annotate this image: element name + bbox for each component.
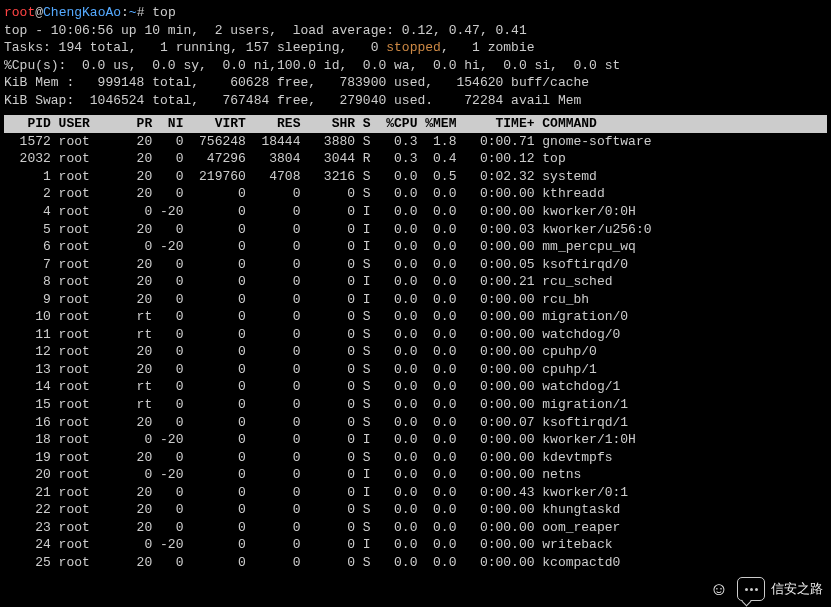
- summary-tasks: Tasks: 194 total, 1 running, 157 sleepin…: [4, 39, 827, 57]
- prompt-host: ChengKaoAo: [43, 5, 121, 20]
- process-row[interactable]: 1 root 20 0 219760 4708 3216 S 0.0 0.5 0…: [4, 168, 827, 186]
- process-row[interactable]: 23 root 20 0 0 0 0 S 0.0 0.0 0:00.00 oom…: [4, 519, 827, 537]
- summary-cpu: %Cpu(s): 0.0 us, 0.0 sy, 0.0 ni,100.0 id…: [4, 57, 827, 75]
- process-row[interactable]: 2032 root 20 0 47296 3804 3044 R 0.3 0.4…: [4, 150, 827, 168]
- process-row[interactable]: 10 root rt 0 0 0 0 S 0.0 0.0 0:00.00 mig…: [4, 308, 827, 326]
- process-row[interactable]: 7 root 20 0 0 0 0 S 0.0 0.0 0:00.05 ksof…: [4, 256, 827, 274]
- summary-mem: KiB Mem : 999148 total, 60628 free, 7839…: [4, 74, 827, 92]
- process-row[interactable]: 9 root 20 0 0 0 0 I 0.0 0.0 0:00.00 rcu_…: [4, 291, 827, 309]
- process-row[interactable]: 19 root 20 0 0 0 0 S 0.0 0.0 0:00.00 kde…: [4, 449, 827, 467]
- stopped-label: stopped: [386, 40, 441, 55]
- process-row[interactable]: 1572 root 20 0 756248 18444 3880 S 0.3 1…: [4, 133, 827, 151]
- chat-bubble-icon: [737, 577, 765, 601]
- process-row[interactable]: 5 root 20 0 0 0 0 I 0.0 0.0 0:00.03 kwor…: [4, 221, 827, 239]
- process-row[interactable]: 16 root 20 0 0 0 0 S 0.0 0.0 0:00.07 kso…: [4, 414, 827, 432]
- process-row[interactable]: 24 root 0 -20 0 0 0 I 0.0 0.0 0:00.00 wr…: [4, 536, 827, 554]
- channel-name: 信安之路: [771, 580, 823, 598]
- process-row[interactable]: 25 root 20 0 0 0 0 S 0.0 0.0 0:00.00 kco…: [4, 554, 827, 572]
- prompt-path: ~: [129, 5, 137, 20]
- process-row[interactable]: 20 root 0 -20 0 0 0 I 0.0 0.0 0:00.00 ne…: [4, 466, 827, 484]
- summary-uptime: top - 10:06:56 up 10 min, 2 users, load …: [4, 22, 827, 40]
- process-row[interactable]: 13 root 20 0 0 0 0 S 0.0 0.0 0:00.00 cpu…: [4, 361, 827, 379]
- process-row[interactable]: 2 root 20 0 0 0 0 S 0.0 0.0 0:00.00 kthr…: [4, 185, 827, 203]
- process-row[interactable]: 21 root 20 0 0 0 0 I 0.0 0.0 0:00.43 kwo…: [4, 484, 827, 502]
- wechat-overlay: ☺ 信安之路: [707, 577, 823, 601]
- shell-prompt: root@ChengKaoAo:~# top: [4, 4, 827, 22]
- process-row[interactable]: 18 root 0 -20 0 0 0 I 0.0 0.0 0:00.00 kw…: [4, 431, 827, 449]
- process-list[interactable]: 1572 root 20 0 756248 18444 3880 S 0.3 1…: [4, 133, 827, 572]
- summary-swap: KiB Swap: 1046524 total, 767484 free, 27…: [4, 92, 827, 110]
- process-row[interactable]: 15 root rt 0 0 0 0 S 0.0 0.0 0:00.00 mig…: [4, 396, 827, 414]
- process-row[interactable]: 4 root 0 -20 0 0 0 I 0.0 0.0 0:00.00 kwo…: [4, 203, 827, 221]
- process-row[interactable]: 12 root 20 0 0 0 0 S 0.0 0.0 0:00.00 cpu…: [4, 343, 827, 361]
- process-row[interactable]: 22 root 20 0 0 0 0 S 0.0 0.0 0:00.00 khu…: [4, 501, 827, 519]
- prompt-user: root: [4, 5, 35, 20]
- process-columns-header: PID USER PR NI VIRT RES SHR S %CPU %MEM …: [4, 115, 827, 133]
- process-row[interactable]: 6 root 0 -20 0 0 0 I 0.0 0.0 0:00.00 mm_…: [4, 238, 827, 256]
- typed-command[interactable]: top: [152, 5, 175, 20]
- process-row[interactable]: 14 root rt 0 0 0 0 S 0.0 0.0 0:00.00 wat…: [4, 378, 827, 396]
- smile-icon: ☺: [707, 577, 731, 601]
- process-row[interactable]: 11 root rt 0 0 0 0 S 0.0 0.0 0:00.00 wat…: [4, 326, 827, 344]
- process-row[interactable]: 8 root 20 0 0 0 0 I 0.0 0.0 0:00.21 rcu_…: [4, 273, 827, 291]
